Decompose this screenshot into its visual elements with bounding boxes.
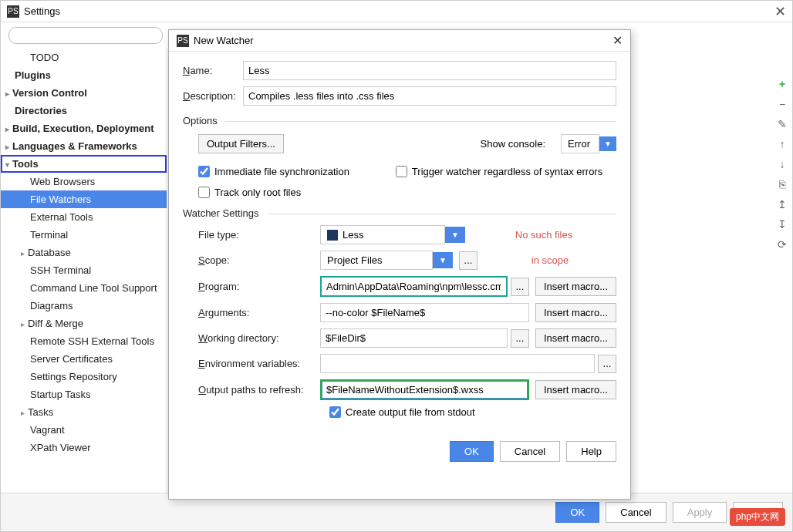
arguments-input[interactable] [320,303,529,322]
insert-macro-button[interactable]: Insert macro... [535,380,616,399]
sidebar-item-directories[interactable]: Directories [1,102,167,120]
sidebar-item-startup-tasks[interactable]: Startup Tasks [1,386,167,403]
ok-button[interactable]: OK [555,502,599,523]
sidebar-item-build-execution-deployment[interactable]: Build, Execution, Deployment [1,120,167,137]
watermark: php中文网 [730,508,785,526]
insert-macro-button[interactable]: Insert macro... [535,303,616,322]
sidebar-item-plugins[interactable]: Plugins [1,66,167,84]
cancel-button[interactable]: Cancel [606,502,666,523]
options-section: Options [183,115,616,126]
sidebar-item-todo[interactable]: TODO [1,49,167,66]
sidebar-item-tasks[interactable]: Tasks [1,403,167,421]
close-icon[interactable]: ✕ [612,33,623,48]
sidebar-item-tools[interactable]: Tools [1,155,167,173]
show-console-select[interactable]: Error ▼ [561,134,616,153]
import-icon[interactable]: ↥ [775,198,789,210]
chevron-down-icon[interactable]: ▼ [433,252,453,268]
dialog-title: New Watcher [194,35,254,46]
no-files-warning: No such files [471,229,616,241]
insert-macro-button[interactable]: Insert macro... [535,277,616,296]
name-input[interactable] [243,61,616,80]
sidebar-item-external-tools[interactable]: External Tools [1,208,167,226]
window-title: Settings [24,5,60,17]
search-input[interactable] [8,27,163,44]
create-stdout-checkbox[interactable]: Create output file from stdout [329,406,616,418]
close-icon[interactable]: ✕ [774,3,786,20]
sidebar-item-vagrant[interactable]: Vagrant [1,421,167,439]
trigger-regardless-checkbox[interactable]: Trigger watcher regardless of syntax err… [396,166,602,177]
sidebar-item-remote-ssh-external-tools[interactable]: Remote SSH External Tools [1,332,167,350]
env-vars-input[interactable] [320,354,595,373]
scope-browse-button[interactable]: ... [459,251,477,270]
sidebar-item-database[interactable]: Database [1,244,167,261]
dialog-help-button[interactable]: Help [566,441,616,462]
arguments-label: Arguments: [198,307,314,318]
title-bar: PS Settings ✕ [1,1,792,22]
name-label: Name: [183,65,243,76]
copy-icon[interactable]: ⎘ [775,178,789,190]
watcher-settings-section: Watcher Settings [183,207,616,219]
working-dir-browse-button[interactable]: ... [511,329,529,348]
sidebar-item-web-browsers[interactable]: Web Browsers [1,173,167,190]
less-icon [327,230,338,241]
apply-button[interactable]: Apply [673,502,727,523]
description-label: Description: [183,90,243,102]
sidebar-item-ssh-terminal[interactable]: SSH Terminal [1,261,167,279]
sidebar-item-server-certificates[interactable]: Server Certificates [1,350,167,368]
file-type-label: File type: [198,229,314,241]
new-watcher-dialog: PS New Watcher ✕ Name: Description: Opti… [168,29,631,500]
scope-label: Scope: [198,254,314,266]
sidebar-item-terminal[interactable]: Terminal [1,226,167,244]
up-icon[interactable]: ↑ [775,138,789,150]
export-icon[interactable]: ↧ [775,218,789,231]
scope-select[interactable]: Project Files [320,251,433,270]
sidebar-item-settings-repository[interactable]: Settings Repository [1,368,167,386]
file-type-select[interactable]: Less [320,225,445,244]
sidebar-item-command-line-tool-support[interactable]: Command Line Tool Support [1,279,167,297]
show-console-label: Show console: [481,138,546,150]
working-dir-input[interactable] [320,328,508,348]
program-input[interactable] [320,276,508,297]
description-input[interactable] [243,86,616,106]
down-icon[interactable]: ↓ [775,158,789,170]
app-icon: PS [7,5,19,18]
sidebar-item-diagrams[interactable]: Diagrams [1,297,167,315]
dialog-cancel-button[interactable]: Cancel [500,441,560,462]
dialog-button-bar: OK Cancel Help [169,432,630,471]
output-filters-button[interactable]: Output Filters... [198,134,284,153]
app-icon: PS [177,35,189,47]
output-paths-label: Output paths to refresh: [198,384,314,396]
remove-icon[interactable]: − [775,98,789,110]
sidebar-item-languages-frameworks[interactable]: Languages & Frameworks [1,137,167,155]
refresh-icon[interactable]: ⟳ [775,238,789,251]
sidebar-item-file-watchers[interactable]: File Watchers [1,190,167,208]
edit-icon[interactable]: ✎ [775,118,789,130]
no-files-warning-2: in scope [484,254,616,266]
chevron-down-icon[interactable]: ▼ [445,227,465,243]
env-vars-label: Environment variables: [198,358,314,369]
sidebar-item-version-control[interactable]: Version Control [1,84,167,102]
immediate-sync-checkbox[interactable]: Immediate file synchronization [198,166,349,177]
insert-macro-button[interactable]: Insert macro... [535,328,616,348]
dialog-ok-button[interactable]: OK [450,441,494,462]
sidebar-item-xpath-viewer[interactable]: XPath Viewer [1,439,167,456]
chevron-down-icon: ▼ [599,136,616,151]
env-vars-browse-button[interactable]: ... [598,355,616,373]
working-dir-label: Working directory: [198,332,314,344]
program-browse-button[interactable]: ... [511,278,529,296]
dialog-title-bar: PS New Watcher ✕ [169,30,630,52]
settings-sidebar: TODOPluginsVersion ControlDirectoriesBui… [1,49,167,494]
output-paths-input[interactable] [320,379,529,400]
track-root-checkbox[interactable]: Track only root files [198,187,616,198]
sidebar-item-diff-merge[interactable]: Diff & Merge [1,315,167,332]
program-label: Program: [198,281,314,292]
add-icon[interactable]: + [775,78,789,90]
right-toolbar: +−✎↑↓⎘↥↧⟳ [775,78,789,251]
